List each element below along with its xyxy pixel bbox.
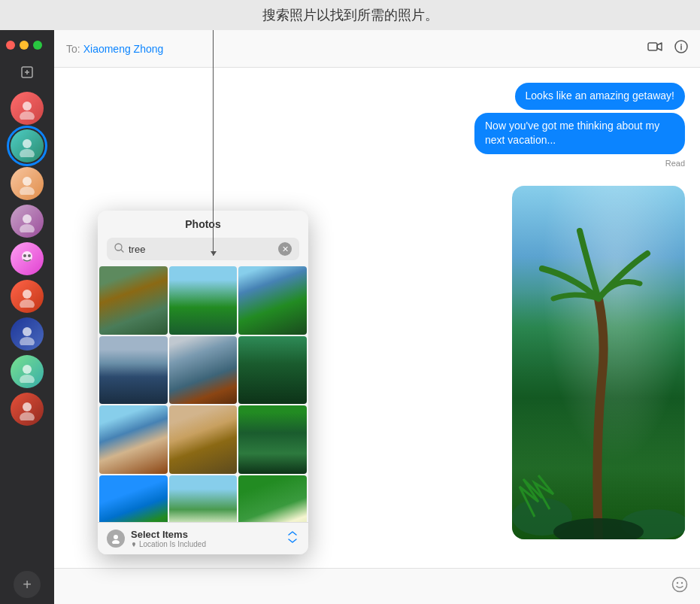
message-bubble-2: Now you've got me thinking about my next… (474, 113, 685, 154)
recipient-name: Xiaomeng Zhong (83, 43, 164, 55)
sidebar-item-contact-9[interactable] (11, 393, 44, 426)
svg-point-15 (20, 337, 35, 345)
search-clear-button[interactable]: ✕ (278, 242, 292, 256)
bottom-bar (54, 568, 700, 604)
sidebar-item-contact-4[interactable] (11, 205, 44, 238)
svg-point-3 (23, 139, 32, 148)
photo-thumb-8[interactable] (169, 405, 238, 474)
photo-thumb-7[interactable] (99, 405, 168, 474)
svg-point-26 (673, 578, 687, 592)
photos-panel-title: Photos (98, 211, 308, 235)
svg-point-13 (20, 299, 35, 308)
message-bubble-1: Looks like an amazing getaway! (515, 83, 685, 110)
photo-thumb-4[interactable] (99, 336, 168, 405)
photos-search-bar[interactable]: ✕ (107, 238, 299, 260)
sidebar-item-contact-8[interactable] (11, 355, 44, 388)
footer-avatar-icon (107, 530, 125, 548)
sidebar-item-contact-5[interactable] (11, 242, 44, 275)
maximize-button[interactable] (33, 41, 42, 50)
footer-text-group: Select Items Location Is Included (131, 529, 280, 548)
photos-panel-footer: Select Items Location Is Included (98, 522, 308, 554)
video-call-button[interactable] (647, 40, 662, 57)
svg-point-14 (23, 327, 32, 336)
search-icon (114, 243, 124, 255)
emoji-button[interactable] (671, 576, 688, 596)
sidebar: + (0, 30, 54, 604)
svg-point-17 (20, 375, 35, 383)
sidebar-item-contact-1[interactable] (11, 92, 44, 125)
photo-thumb-1[interactable] (99, 266, 168, 335)
svg-point-6 (20, 187, 35, 195)
svg-point-7 (23, 214, 32, 223)
photo-placeholder (512, 186, 685, 539)
svg-point-11 (28, 254, 31, 257)
sidebar-item-contact-6[interactable] (11, 280, 44, 313)
svg-point-4 (20, 149, 35, 157)
plus-icon: + (23, 576, 32, 593)
photo-thumb-12[interactable] (238, 475, 307, 522)
info-button[interactable] (674, 40, 688, 57)
photo-thumb-6[interactable] (238, 336, 307, 405)
header-actions (647, 40, 688, 57)
photo-thumb-10[interactable] (99, 475, 168, 522)
close-button[interactable] (6, 41, 15, 50)
sidebar-item-contact-7[interactable] (11, 317, 44, 351)
svg-point-27 (677, 582, 678, 584)
svg-point-18 (23, 402, 32, 411)
sort-button[interactable] (286, 530, 299, 547)
photo-grid (98, 266, 308, 522)
add-conversation-button[interactable]: + (14, 571, 41, 598)
photo-message (512, 186, 685, 539)
svg-point-10 (23, 254, 26, 257)
svg-point-1 (23, 102, 32, 111)
photos-panel: Photos ✕ Sel (98, 211, 308, 554)
svg-point-12 (23, 290, 32, 299)
messages-container: Looks like an amazing getaway! Now you'v… (69, 83, 685, 168)
photo-thumb-3[interactable] (238, 266, 307, 335)
compose-button[interactable] (14, 59, 41, 86)
svg-point-28 (681, 582, 683, 584)
minimize-button[interactable] (20, 41, 29, 50)
to-label: To: (66, 43, 80, 55)
select-items-label: Select Items (131, 529, 280, 540)
svg-point-30 (114, 535, 118, 539)
photo-thumb-11[interactable] (169, 475, 238, 522)
svg-point-2 (20, 111, 35, 120)
svg-point-16 (23, 365, 32, 374)
svg-point-8 (20, 224, 35, 232)
svg-rect-20 (648, 43, 657, 50)
photos-search-input[interactable] (129, 244, 274, 255)
traffic-lights (0, 36, 48, 53)
annotation-text: 搜索照片以找到所需的照片。 (0, 6, 700, 24)
photo-thumb-9[interactable] (238, 405, 307, 474)
sidebar-item-contact-2[interactable] (11, 129, 44, 162)
photo-thumb-2[interactable] (169, 266, 238, 335)
read-receipt: Read (665, 159, 685, 168)
sidebar-item-contact-3[interactable] (11, 167, 44, 200)
location-label: Location Is Included (131, 540, 280, 548)
photo-thumb-5[interactable] (169, 336, 238, 405)
svg-point-5 (23, 177, 32, 186)
svg-point-31 (112, 540, 120, 544)
svg-point-19 (20, 412, 35, 420)
chat-header: To: Xiaomeng Zhong (54, 30, 700, 68)
